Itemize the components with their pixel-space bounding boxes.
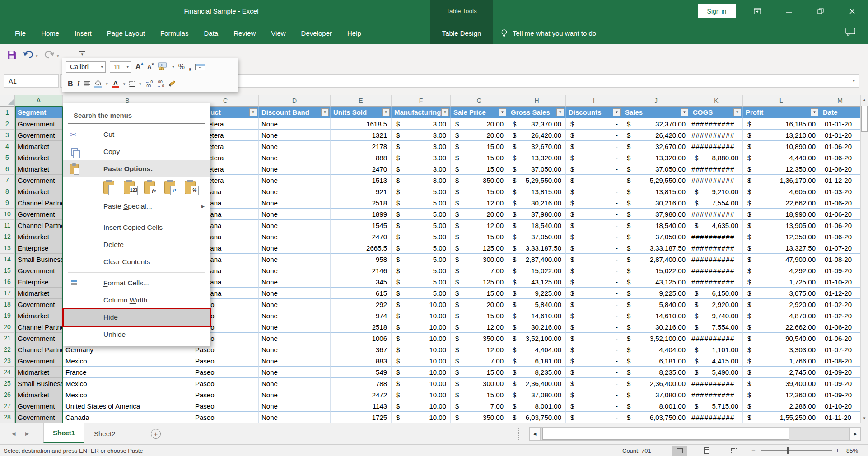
cell-M15[interactable]: 01-09-20	[820, 265, 860, 276]
cell-E8[interactable]: 921	[331, 186, 392, 197]
cell-G25[interactable]: $300.00	[451, 378, 508, 389]
grow-font-icon[interactable]: A▲	[135, 63, 141, 71]
cell-K13[interactable]: ##########	[690, 242, 743, 254]
cell-A20[interactable]: Channel Partners	[15, 321, 63, 333]
menu-item-hide[interactable]: Hide	[63, 309, 210, 326]
row-header-6[interactable]: 6	[0, 163, 15, 175]
paste-option-transpose-icon[interactable]: ⇄	[164, 180, 178, 195]
cell-F21[interactable]: $10.00	[392, 333, 451, 344]
filter-button-icon[interactable]: ▼	[556, 108, 564, 116]
cell-B23[interactable]: Mexico	[63, 355, 192, 367]
cell-I24[interactable]: $-	[566, 367, 622, 378]
cell-J5[interactable]: $13,320.00	[622, 152, 690, 163]
redo-dropdown-icon[interactable]: ▾	[57, 54, 59, 58]
cell-I7[interactable]: $-	[566, 175, 622, 186]
cell-E10[interactable]: 1899	[331, 209, 392, 220]
cell-L15[interactable]: $4,292.00	[743, 265, 820, 276]
cell-G6[interactable]: $15.00	[451, 163, 508, 175]
cell-A19[interactable]: Midmarket	[15, 310, 63, 321]
cell-H11[interactable]: $18,540.00	[508, 220, 566, 231]
cell-I12[interactable]: $-	[566, 231, 622, 242]
cell-M14[interactable]: 01-08-20	[820, 254, 860, 265]
cell-I15[interactable]: $-	[566, 265, 622, 276]
cell-B26[interactable]: Mexico	[63, 389, 192, 400]
table-header-cogs[interactable]: COGS▼	[690, 107, 743, 118]
cell-H4[interactable]: $32,670.00	[508, 141, 566, 152]
tab-data[interactable]: Data	[196, 22, 226, 44]
cell-J22[interactable]: $4,404.00	[622, 344, 690, 355]
cell-H10[interactable]: $37,980.00	[508, 209, 566, 220]
cell-F16[interactable]: $5.00	[392, 276, 451, 288]
cell-D8[interactable]: None	[259, 186, 331, 197]
column-header-M[interactable]: M	[820, 95, 860, 107]
cell-L22[interactable]: $3,303.00	[743, 344, 820, 355]
scroll-down-icon[interactable]: ▼	[861, 413, 868, 423]
cell-I17[interactable]: $-	[566, 288, 622, 299]
cell-L23[interactable]: $1,766.00	[743, 355, 820, 367]
cell-L11[interactable]: $13,905.00	[743, 220, 820, 231]
cell-A15[interactable]: Government	[15, 265, 63, 276]
cell-L9[interactable]: $22,662.00	[743, 197, 820, 209]
cell-H26[interactable]: $37,080.00	[508, 389, 566, 400]
cell-M6[interactable]: 01-06-20	[820, 163, 860, 175]
cell-J25[interactable]: $2,36,400.00	[622, 378, 690, 389]
cell-J11[interactable]: $18,540.00	[622, 220, 690, 231]
sheet-nav-prev-icon[interactable]: ◀	[12, 431, 15, 437]
cell-D22[interactable]: None	[259, 344, 331, 355]
cell-D6[interactable]: None	[259, 163, 331, 175]
cell-D2[interactable]: None	[259, 118, 331, 130]
cell-H18[interactable]: $5,840.00	[508, 299, 566, 310]
cell-E16[interactable]: 345	[331, 276, 392, 288]
cell-M12[interactable]: 01-06-20	[820, 231, 860, 242]
cell-E4[interactable]: 2178	[331, 141, 392, 152]
cell-C26[interactable]: Paseo	[192, 389, 259, 400]
cell-I8[interactable]: $-	[566, 186, 622, 197]
cell-I19[interactable]: $-	[566, 310, 622, 321]
cell-H12[interactable]: $37,050.00	[508, 231, 566, 242]
cell-D13[interactable]: None	[259, 242, 331, 254]
select-all-button[interactable]	[0, 95, 15, 107]
cell-H7[interactable]: $5,29,550.00	[508, 175, 566, 186]
cell-G17[interactable]: $15.00	[451, 288, 508, 299]
cell-G10[interactable]: $20.00	[451, 209, 508, 220]
bold-icon[interactable]: B	[68, 80, 73, 88]
table-header-segment[interactable]: Segment	[15, 107, 63, 118]
cell-H27[interactable]: $8,001.00	[508, 400, 566, 412]
menu-item-column-width[interactable]: Column Width...	[63, 292, 210, 309]
font-color-dropdown-icon[interactable]: ▾	[123, 82, 126, 86]
cell-G26[interactable]: $15.00	[451, 389, 508, 400]
cell-G18[interactable]: $20.00	[451, 299, 508, 310]
cell-K7[interactable]: ##########	[690, 175, 743, 186]
cell-K25[interactable]: ##########	[690, 378, 743, 389]
tab-home[interactable]: Home	[33, 22, 67, 44]
borders-icon[interactable]	[129, 81, 135, 87]
table-header-discounts[interactable]: Discounts▼	[566, 107, 622, 118]
cell-J12[interactable]: $37,050.00	[622, 231, 690, 242]
font-color-icon[interactable]: A	[112, 80, 119, 88]
tell-me-box[interactable]: Tell me what you want to do	[500, 22, 596, 44]
cell-K16[interactable]: ##########	[690, 276, 743, 288]
column-header-F[interactable]: F	[392, 95, 451, 107]
cell-I4[interactable]: $-	[566, 141, 622, 152]
cell-K5[interactable]: $8,880.00	[690, 152, 743, 163]
cell-E17[interactable]: 615	[331, 288, 392, 299]
formula-bar-expand-icon[interactable]: ▾	[853, 78, 855, 83]
cell-B24[interactable]: France	[63, 367, 192, 378]
cell-E24[interactable]: 549	[331, 367, 392, 378]
tab-developer[interactable]: Developer	[294, 22, 340, 44]
cell-L14[interactable]: $47,900.00	[743, 254, 820, 265]
column-header-H[interactable]: H	[508, 95, 566, 107]
cell-M22[interactable]: 01-07-20	[820, 344, 860, 355]
cell-H28[interactable]: $6,03,750.00	[508, 412, 566, 423]
table-header-manufacturing[interactable]: Manufacturing▼	[392, 107, 451, 118]
cell-L2[interactable]: $16,185.00	[743, 118, 820, 130]
cell-D26[interactable]: None	[259, 389, 331, 400]
cell-I22[interactable]: $-	[566, 344, 622, 355]
cell-J28[interactable]: $6,03,750.00	[622, 412, 690, 423]
cell-I9[interactable]: $-	[566, 197, 622, 209]
cell-A25[interactable]: Small Business	[15, 378, 63, 389]
cell-L13[interactable]: $13,327.50	[743, 242, 820, 254]
save-button[interactable]	[7, 50, 17, 61]
cell-L10[interactable]: $18,990.00	[743, 209, 820, 220]
cell-F15[interactable]: $5.00	[392, 265, 451, 276]
